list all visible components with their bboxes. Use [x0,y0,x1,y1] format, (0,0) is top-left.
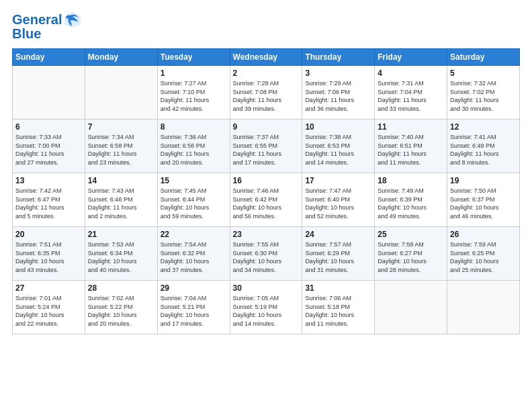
logo-icon [63,10,82,29]
day-info: Sunrise: 7:40 AM Sunset: 6:51 PM Dayligh… [378,133,444,167]
calendar-cell: 6Sunrise: 7:33 AM Sunset: 7:00 PM Daylig… [13,120,85,173]
day-info: Sunrise: 7:43 AM Sunset: 6:46 PM Dayligh… [88,187,154,220]
calendar-cell: 9Sunrise: 7:37 AM Sunset: 6:55 PM Daylig… [230,120,302,173]
calendar-cell: 2Sunrise: 7:28 AM Sunset: 7:08 PM Daylig… [230,66,302,120]
day-info: Sunrise: 7:38 AM Sunset: 6:53 PM Dayligh… [305,133,371,167]
calendar-cell: 27Sunrise: 7:01 AM Sunset: 5:24 PM Dayli… [13,281,85,334]
day-number: 15 [161,176,227,185]
day-info: Sunrise: 7:41 AM Sunset: 6:49 PM Dayligh… [450,133,517,167]
weekday-header-thursday: Thursday [302,49,375,66]
calendar-cell: 22Sunrise: 7:54 AM Sunset: 6:32 PM Dayli… [157,227,230,281]
weekday-header-sunday: Sunday [13,49,85,66]
day-number: 24 [305,230,371,239]
day-info: Sunrise: 7:06 AM Sunset: 5:18 PM Dayligh… [305,294,371,328]
day-number: 4 [378,68,444,78]
weekday-header-monday: Monday [85,49,157,66]
calendar-cell [13,66,85,120]
day-number: 31 [305,283,371,293]
calendar-cell: 19Sunrise: 7:50 AM Sunset: 6:37 PM Dayli… [447,173,520,227]
day-number: 17 [305,176,371,185]
calendar-cell: 3Sunrise: 7:29 AM Sunset: 7:06 PM Daylig… [302,66,375,120]
day-info: Sunrise: 7:50 AM Sunset: 6:37 PM Dayligh… [450,187,517,220]
day-number: 30 [233,283,300,293]
day-number: 27 [15,283,82,293]
calendar-cell: 11Sunrise: 7:40 AM Sunset: 6:51 PM Dayli… [375,120,447,173]
day-number: 11 [378,122,444,132]
weekday-header-wednesday: Wednesday [230,49,302,66]
calendar-cell [85,66,157,120]
calendar-cell: 23Sunrise: 7:55 AM Sunset: 6:30 PM Dayli… [230,227,302,281]
day-info: Sunrise: 7:28 AM Sunset: 7:08 PM Dayligh… [233,79,300,113]
day-number: 2 [233,68,300,78]
day-info: Sunrise: 7:59 AM Sunset: 6:25 PM Dayligh… [450,240,517,274]
day-number: 19 [450,176,517,185]
calendar-cell [447,281,520,334]
day-number: 7 [88,122,154,132]
calendar-cell: 24Sunrise: 7:57 AM Sunset: 6:29 PM Dayli… [302,227,375,281]
calendar-cell: 16Sunrise: 7:46 AM Sunset: 6:42 PM Dayli… [230,173,302,227]
day-number: 9 [233,122,300,132]
day-info: Sunrise: 7:05 AM Sunset: 5:19 PM Dayligh… [233,294,300,328]
day-info: Sunrise: 7:45 AM Sunset: 6:44 PM Dayligh… [161,187,227,220]
weekday-header-tuesday: Tuesday [157,49,230,66]
day-info: Sunrise: 7:02 AM Sunset: 5:22 PM Dayligh… [88,294,154,328]
day-number: 26 [450,230,517,239]
day-info: Sunrise: 7:01 AM Sunset: 5:24 PM Dayligh… [15,294,82,328]
day-info: Sunrise: 7:27 AM Sunset: 7:10 PM Dayligh… [161,79,227,113]
calendar-cell: 29Sunrise: 7:04 AM Sunset: 5:21 PM Dayli… [157,281,230,334]
day-info: Sunrise: 7:29 AM Sunset: 7:06 PM Dayligh… [305,79,371,113]
calendar-cell: 30Sunrise: 7:05 AM Sunset: 5:19 PM Dayli… [230,281,302,334]
calendar-cell: 12Sunrise: 7:41 AM Sunset: 6:49 PM Dayli… [447,120,520,173]
day-info: Sunrise: 7:36 AM Sunset: 6:56 PM Dayligh… [161,133,227,167]
calendar-cell: 4Sunrise: 7:31 AM Sunset: 7:04 PM Daylig… [375,66,447,120]
day-number: 21 [88,230,154,239]
day-number: 22 [161,230,227,239]
day-number: 18 [378,176,444,185]
logo-text: General [12,12,62,27]
day-info: Sunrise: 7:04 AM Sunset: 5:21 PM Dayligh… [161,294,227,328]
day-info: Sunrise: 7:32 AM Sunset: 7:02 PM Dayligh… [450,79,517,113]
header: General Blue [12,10,520,42]
day-number: 3 [305,68,371,78]
calendar-cell: 21Sunrise: 7:53 AM Sunset: 6:34 PM Dayli… [85,227,157,281]
day-number: 14 [88,176,154,185]
calendar-cell: 5Sunrise: 7:32 AM Sunset: 7:02 PM Daylig… [447,66,520,120]
day-info: Sunrise: 7:58 AM Sunset: 6:27 PM Dayligh… [378,240,444,274]
calendar-cell: 8Sunrise: 7:36 AM Sunset: 6:56 PM Daylig… [157,120,230,173]
day-info: Sunrise: 7:53 AM Sunset: 6:34 PM Dayligh… [88,240,154,274]
calendar-cell: 28Sunrise: 7:02 AM Sunset: 5:22 PM Dayli… [85,281,157,334]
calendar-cell: 26Sunrise: 7:59 AM Sunset: 6:25 PM Dayli… [447,227,520,281]
day-info: Sunrise: 7:47 AM Sunset: 6:40 PM Dayligh… [305,187,371,220]
calendar-cell: 17Sunrise: 7:47 AM Sunset: 6:40 PM Dayli… [302,173,375,227]
weekday-header-friday: Friday [375,49,447,66]
calendar-cell: 18Sunrise: 7:49 AM Sunset: 6:39 PM Dayli… [375,173,447,227]
calendar-cell: 1Sunrise: 7:27 AM Sunset: 7:10 PM Daylig… [157,66,230,120]
day-number: 29 [161,283,227,293]
day-number: 8 [161,122,227,132]
day-info: Sunrise: 7:42 AM Sunset: 6:47 PM Dayligh… [15,187,82,220]
day-info: Sunrise: 7:37 AM Sunset: 6:55 PM Dayligh… [233,133,300,167]
day-number: 16 [233,176,300,185]
calendar-cell [375,281,447,334]
calendar-cell: 10Sunrise: 7:38 AM Sunset: 6:53 PM Dayli… [302,120,375,173]
calendar-week-5: 27Sunrise: 7:01 AM Sunset: 5:24 PM Dayli… [13,281,520,334]
weekday-header-saturday: Saturday [447,49,520,66]
day-info: Sunrise: 7:31 AM Sunset: 7:04 PM Dayligh… [378,79,444,113]
day-info: Sunrise: 7:49 AM Sunset: 6:39 PM Dayligh… [378,187,444,220]
calendar-body: 1Sunrise: 7:27 AM Sunset: 7:10 PM Daylig… [13,66,520,334]
day-number: 6 [15,122,82,132]
calendar-table: SundayMondayTuesdayWednesdayThursdayFrid… [12,48,520,334]
day-number: 20 [15,230,82,239]
calendar-cell: 25Sunrise: 7:58 AM Sunset: 6:27 PM Dayli… [375,227,447,281]
calendar-cell: 31Sunrise: 7:06 AM Sunset: 5:18 PM Dayli… [302,281,375,334]
day-number: 10 [305,122,371,132]
page: General Blue SundayMondayTuesdayWednesda… [0,0,532,341]
day-number: 5 [450,68,517,78]
day-number: 25 [378,230,444,239]
calendar-week-3: 13Sunrise: 7:42 AM Sunset: 6:47 PM Dayli… [13,173,520,227]
day-number: 12 [450,122,517,132]
logo: General Blue [12,10,82,42]
day-info: Sunrise: 7:55 AM Sunset: 6:30 PM Dayligh… [233,240,300,274]
calendar-cell: 13Sunrise: 7:42 AM Sunset: 6:47 PM Dayli… [13,173,85,227]
day-info: Sunrise: 7:54 AM Sunset: 6:32 PM Dayligh… [161,240,227,274]
